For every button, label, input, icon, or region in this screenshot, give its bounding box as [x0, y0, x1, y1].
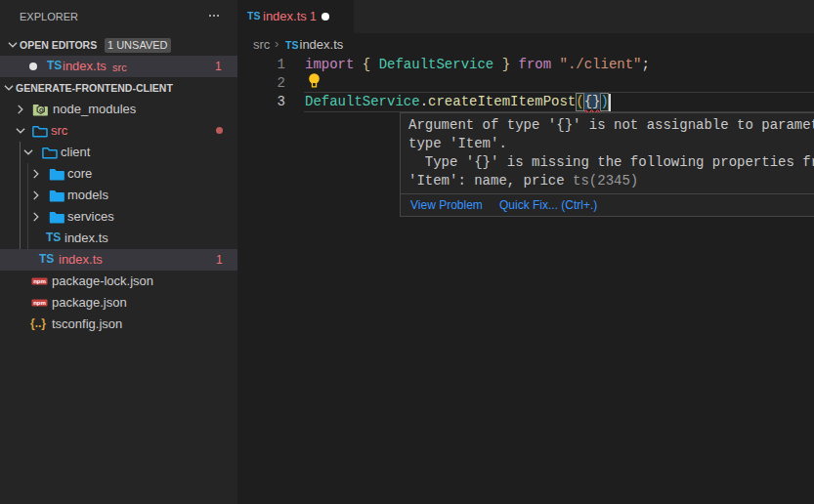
svg-text:npm: npm [33, 278, 46, 284]
svg-text:npm: npm [33, 300, 46, 306]
